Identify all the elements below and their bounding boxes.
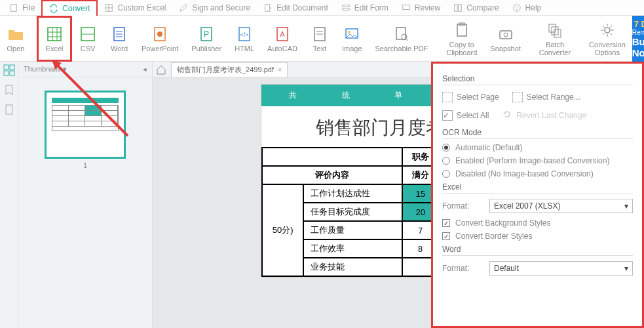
document-tab[interactable]: 销售部门月度考评表_2499.pdf×: [171, 62, 288, 77]
excel-icon: [45, 25, 64, 43]
menu-sign-label: Sign and Secure: [192, 3, 250, 12]
bookmark-icon[interactable]: [3, 84, 15, 96]
radio-icon: [442, 157, 450, 165]
menu-custom-excel[interactable]: Custom Excel: [98, 1, 172, 15]
menu-review[interactable]: Review: [395, 1, 447, 15]
select-range-icon: [512, 92, 523, 102]
ocr-auto-radio[interactable]: Automatic (Default): [442, 143, 633, 152]
tool-open[interactable]: Open: [0, 16, 31, 62]
menu-compare-label: Compare: [466, 3, 499, 12]
tool-cad-label: AutoCAD: [267, 45, 297, 52]
revert-icon: [502, 109, 512, 121]
tool-excel[interactable]: Excel: [37, 16, 72, 62]
revert-button[interactable]: Revert Last Change: [502, 109, 586, 121]
pen-icon: [179, 3, 188, 12]
svg-text:?: ?: [516, 5, 518, 10]
cad-icon: A: [273, 25, 292, 43]
tool-publisher[interactable]: PPublisher: [185, 16, 228, 62]
grid-icon: [104, 3, 113, 12]
svg-rect-36: [396, 28, 406, 39]
tool-word-label: Word: [111, 45, 128, 52]
tool-options[interactable]: Conversion Options: [582, 16, 632, 62]
ocr-enabled-label: Enabled (Perform Image-based Conversion): [455, 156, 609, 165]
select-page-button[interactable]: Select Page: [442, 92, 499, 102]
chevron-down-icon: ▾: [624, 264, 628, 273]
svg-rect-5: [343, 5, 350, 7]
thumbnail-page-1[interactable]: [45, 91, 126, 159]
camera-icon: [497, 25, 515, 43]
select-range-button[interactable]: Select Range...: [512, 92, 580, 102]
tool-batch-label: Batch Converter: [539, 41, 571, 56]
file-icon: [9, 3, 18, 12]
menu-edit-doc-label: Edit Document: [276, 3, 328, 12]
svg-rect-8: [455, 4, 457, 11]
word-format-label: Format:: [442, 264, 482, 273]
convert-bg-checkbox[interactable]: ✓Convert Background Styles: [442, 218, 633, 228]
tool-searchable-pdf[interactable]: Searchable PDF: [369, 16, 435, 62]
select-all-button[interactable]: ✓Select All: [442, 109, 489, 121]
tool-excel-label: Excel: [46, 45, 64, 52]
menu-bar: File Convert Custom Excel Sign and Secur…: [0, 0, 644, 16]
tool-opts-label: Conversion Options: [589, 41, 626, 56]
menu-review-label: Review: [415, 3, 440, 12]
convert-border-label: Convert Border Styles: [455, 232, 532, 241]
buy-now-button[interactable]: 7 Days Remaining Buy Now: [632, 16, 644, 62]
tool-csv[interactable]: CSV: [72, 16, 104, 62]
ocr-disabled-radio[interactable]: Disabled (No Image-based Conversion): [442, 169, 633, 178]
pub-icon: P: [197, 25, 216, 43]
tool-batch[interactable]: Batch Converter: [533, 16, 577, 62]
chevron-down-icon: ▾: [624, 201, 628, 211]
html-icon: </>: [235, 25, 254, 43]
thumbnails-title: Thumbnails: [24, 65, 61, 73]
convert-bg-label: Convert Background Styles: [455, 218, 550, 228]
tool-snapshot[interactable]: Snapshot: [483, 16, 527, 62]
pp-icon: [151, 25, 169, 43]
word-format-select[interactable]: Default▾: [489, 261, 633, 276]
close-tab-icon[interactable]: ×: [278, 66, 282, 73]
menu-sign[interactable]: Sign and Secure: [172, 1, 257, 15]
select-all-label: Select All: [457, 111, 489, 120]
csv-icon: [79, 25, 97, 43]
svg-point-46: [605, 28, 610, 33]
menu-file[interactable]: File: [3, 1, 41, 15]
menu-convert[interactable]: Convert: [41, 0, 98, 16]
tool-spdf-label: Searchable PDF: [375, 45, 428, 52]
svg-point-24: [157, 31, 162, 37]
dropdown-icon[interactable]: ▾: [63, 65, 67, 73]
tool-autocad[interactable]: AAutoCAD: [261, 16, 304, 62]
thumbs-icon[interactable]: [3, 64, 15, 76]
radio-icon: [442, 170, 450, 178]
convert-border-checkbox[interactable]: ✓Convert Border Styles: [442, 232, 633, 241]
thumbnail-page-number: 1: [83, 161, 87, 169]
tool-clipboard[interactable]: Copy to Clipboard: [440, 16, 483, 62]
word-header: Word: [442, 245, 633, 256]
tab-filename: 销售部门月度考评表_2499.pdf: [177, 65, 274, 75]
tool-word[interactable]: Word: [104, 16, 135, 62]
tool-image[interactable]: Image: [335, 16, 369, 62]
select-range-label: Select Range...: [527, 92, 580, 102]
select-all-icon: ✓: [442, 110, 453, 121]
excel-format-select[interactable]: Excel 2007 (XLSX)▾: [489, 199, 633, 213]
menu-edit-form[interactable]: Edit Form: [335, 1, 395, 15]
home-tab-icon[interactable]: [155, 64, 167, 75]
svg-rect-41: [500, 31, 512, 39]
menu-help[interactable]: ?Help: [506, 1, 548, 15]
svg-rect-6: [343, 8, 350, 10]
svg-point-37: [402, 34, 407, 39]
menu-edit-document[interactable]: Edit Document: [257, 1, 335, 15]
tool-text-label: Text: [313, 45, 326, 52]
svg-rect-4: [265, 4, 270, 11]
edit-doc-icon: [263, 3, 273, 12]
select-page-icon: [442, 92, 453, 102]
menu-compare[interactable]: Compare: [447, 1, 505, 15]
tool-powerpoint[interactable]: PowerPoint: [135, 16, 185, 62]
word-icon: [110, 25, 128, 43]
tool-text[interactable]: Text: [304, 16, 335, 62]
ocr-enabled-radio[interactable]: Enabled (Perform Image-based Conversion): [442, 156, 633, 165]
collapse-icon[interactable]: ◂: [143, 65, 147, 73]
tool-html[interactable]: </>HTML: [228, 16, 261, 62]
tool-snap-label: Snapshot: [490, 45, 520, 52]
ocr-disabled-label: Disabled (No Image-based Conversion): [455, 169, 594, 178]
form-icon: [341, 3, 350, 12]
attachment-icon[interactable]: [3, 104, 15, 115]
